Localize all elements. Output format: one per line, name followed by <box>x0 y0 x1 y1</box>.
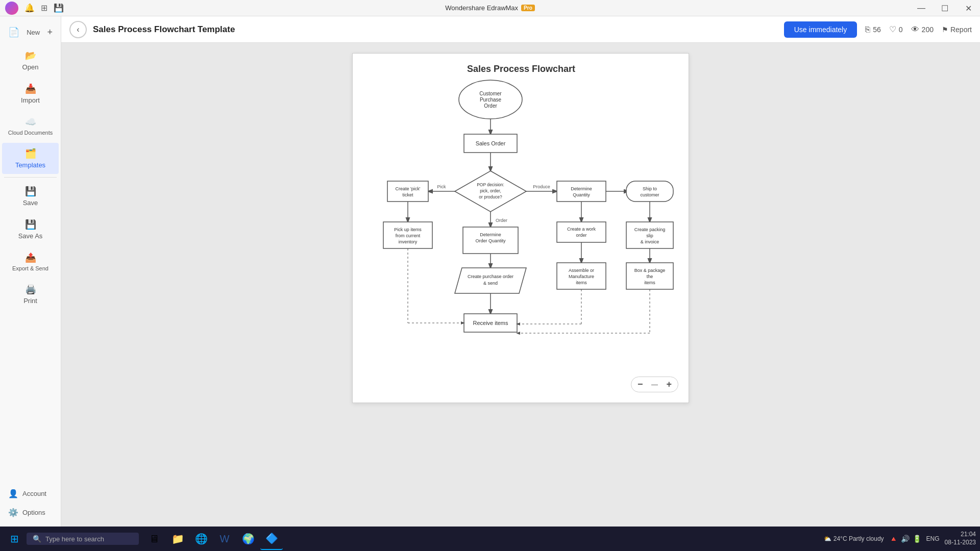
sidebar-item-new[interactable]: 📄 New + <box>2 21 59 43</box>
zoom-out-button[interactable]: − <box>638 379 643 390</box>
sidebar-item-open[interactable]: 📂 Open <box>2 45 59 76</box>
battery-icon[interactable]: 🔋 <box>913 535 921 543</box>
titlebar-left: 🔔 ⊞ 💾 <box>5 2 64 15</box>
svg-text:order: order <box>576 233 586 238</box>
system-icons: 🔺 🔊 🔋 <box>889 535 921 543</box>
notification-icon[interactable]: 🔔 <box>24 3 35 13</box>
svg-text:inventory: inventory <box>399 239 418 244</box>
svg-text:Ship to: Ship to <box>643 186 657 191</box>
taskbar-app-explorer[interactable]: 📁 <box>166 528 189 550</box>
clock-date: 08-11-2023 <box>945 539 976 547</box>
user-avatar[interactable] <box>5 2 18 15</box>
svg-text:items: items <box>576 280 587 285</box>
svg-text:POP decision:: POP decision: <box>477 182 504 187</box>
sidebar-item-account[interactable]: 👤 Account <box>2 485 59 503</box>
svg-text:Order: Order <box>496 218 507 223</box>
svg-text:Create packing: Create packing <box>634 227 666 232</box>
sidebar-item-export[interactable]: 📤 Export & Send <box>2 247 59 277</box>
svg-text:Determine: Determine <box>480 232 501 237</box>
close-button[interactable]: ✕ <box>957 0 980 16</box>
save-icon: 💾 <box>25 186 36 197</box>
taskbar-app-edrawmax[interactable]: 🔷 <box>260 528 283 550</box>
sidebar: 📄 New + 📂 Open 📥 Import ☁️ Cloud Documen… <box>0 16 61 527</box>
svg-rect-14 <box>387 181 428 202</box>
network-icon[interactable]: 🔺 <box>889 535 898 543</box>
taskbar-clock: 21:04 08-11-2023 <box>945 531 976 546</box>
new-icon: 📄 <box>8 27 19 38</box>
taskbar-app-chrome[interactable]: 🌍 <box>237 528 259 550</box>
likes-stat: ♡ 0 <box>889 24 903 34</box>
svg-text:Box & package: Box & package <box>634 268 666 273</box>
zoom-controls: − — + <box>631 377 678 392</box>
svg-text:pick, order,: pick, order, <box>480 188 501 193</box>
svg-text:Purchase: Purchase <box>480 97 502 103</box>
svg-text:Assemble or: Assemble or <box>569 268 594 273</box>
weather-icon: ⛅ <box>824 535 831 542</box>
svg-rect-40 <box>557 222 606 242</box>
back-button[interactable]: ‹ <box>69 21 87 38</box>
svg-text:Create purchase order: Create purchase order <box>468 274 513 279</box>
print-icon: 🖨️ <box>25 284 36 295</box>
language-indicator: ENG <box>926 535 940 542</box>
sidebar-item-templates-label: Templates <box>15 161 45 169</box>
taskbar-search-icon: 🔍 <box>33 535 41 543</box>
views-stat: 👁 200 <box>911 25 934 34</box>
plus-icon: + <box>47 27 53 38</box>
report-button[interactable]: ⚑ Report <box>942 26 972 34</box>
sidebar-item-print[interactable]: 🖨️ Print <box>2 279 59 310</box>
taskbar-search-input[interactable] <box>45 535 127 543</box>
taskbar-apps: 🖥 📁 🌐 W 🌍 🔷 <box>143 528 283 550</box>
speaker-icon[interactable]: 🔊 <box>901 535 910 543</box>
svg-text:& invoice: & invoice <box>641 239 659 244</box>
sidebar-item-save-label: Save <box>23 199 38 207</box>
svg-text:Determine: Determine <box>571 186 592 191</box>
weather-text: 24°C Partly cloudy <box>834 535 884 542</box>
diagram-canvas[interactable]: Sales Process Flowchart Customer Purchas… <box>61 43 980 527</box>
cloud-icon: ☁️ <box>25 116 36 128</box>
zoom-level: — <box>647 381 662 388</box>
sidebar-item-cloud[interactable]: ☁️ Cloud Documents <box>2 111 59 141</box>
sidebar-item-options[interactable]: ⚙️ Options <box>2 504 59 521</box>
taskbar-app-widgets[interactable]: 🖥 <box>143 528 165 550</box>
diagram-title: Sales Process Flowchart <box>467 64 575 74</box>
svg-text:Order Quantity: Order Quantity <box>475 238 506 243</box>
pro-badge: Pro <box>521 5 535 11</box>
svg-text:from current: from current <box>396 233 421 238</box>
sidebar-item-saveas[interactable]: 💾 Save As <box>2 214 59 245</box>
maximize-button[interactable]: ☐ <box>933 0 957 16</box>
svg-text:the: the <box>647 274 653 279</box>
sidebar-item-import[interactable]: 📥 Import <box>2 78 59 109</box>
minimize-button[interactable]: — <box>910 0 933 16</box>
svg-text:or produce?: or produce? <box>479 194 502 199</box>
taskbar: ⊞ 🔍 🖥 📁 🌐 W 🌍 🔷 ⛅ 24°C Partly cloudy 🔺 🔊… <box>0 527 980 551</box>
app-title: Wondershare EdrawMax Pro <box>445 4 535 12</box>
content-area: ‹ Sales Process Flowchart Template Use i… <box>61 16 980 527</box>
flag-icon: ⚑ <box>942 26 948 34</box>
options-icon: ⚙️ <box>8 508 18 517</box>
taskbar-app-word[interactable]: W <box>213 528 236 550</box>
diagram-paper: Sales Process Flowchart Customer Purchas… <box>352 53 689 403</box>
sidebar-item-print-label: Print <box>23 297 37 305</box>
grid-icon[interactable]: ⊞ <box>41 3 47 13</box>
sidebar-item-templates[interactable]: 🗂️ Templates <box>2 143 59 174</box>
sidebar-item-save[interactable]: 💾 Save <box>2 181 59 212</box>
svg-rect-36 <box>557 181 606 202</box>
titlebar: 🔔 ⊞ 💾 Wondershare EdrawMax Pro — ☐ ✕ <box>0 0 980 16</box>
taskbar-app-edge[interactable]: 🌐 <box>190 528 212 550</box>
sidebar-item-open-label: Open <box>22 63 39 71</box>
use-immediately-button[interactable]: Use immediately <box>784 21 857 38</box>
taskbar-right: ⛅ 24°C Partly cloudy 🔺 🔊 🔋 ENG 21:04 08-… <box>824 531 976 546</box>
taskbar-search-bar[interactable]: 🔍 <box>27 533 139 545</box>
zoom-in-button[interactable]: + <box>666 379 672 390</box>
start-button[interactable]: ⊞ <box>4 529 24 549</box>
svg-text:Create a work: Create a work <box>567 227 596 232</box>
sidebar-divider <box>4 177 57 178</box>
templates-icon: 🗂️ <box>25 148 36 159</box>
sidebar-item-cloud-label: Cloud Documents <box>8 130 53 136</box>
svg-text:Customer: Customer <box>479 91 502 96</box>
save-icon[interactable]: 💾 <box>54 3 64 13</box>
account-icon: 👤 <box>8 489 18 498</box>
sidebar-item-new-label: New <box>27 29 40 36</box>
svg-text:customer: customer <box>640 192 659 197</box>
sidebar-item-saveas-label: Save As <box>18 232 43 240</box>
